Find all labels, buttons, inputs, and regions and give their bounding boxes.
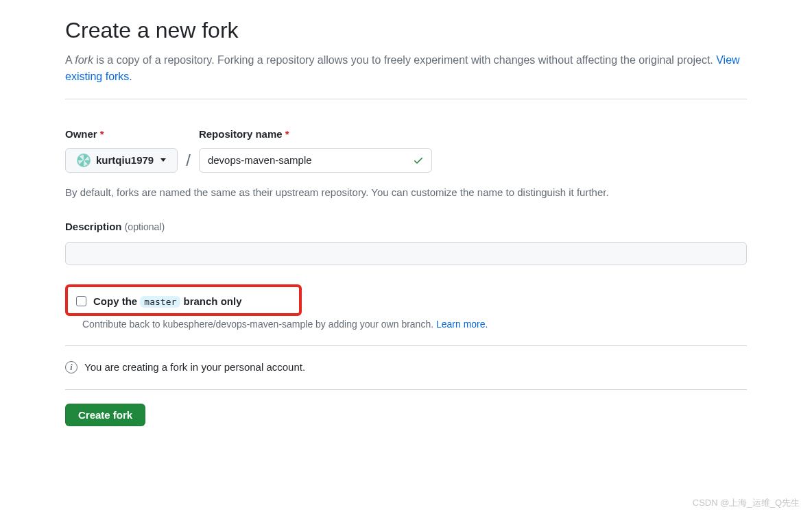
owner-label-text: Owner — [65, 128, 97, 140]
info-text: You are creating a fork in your personal… — [84, 360, 305, 376]
subtitle-prefix: A — [65, 54, 75, 66]
divider — [65, 99, 747, 99]
copy-branch-section: Copy the master branch only — [65, 284, 302, 317]
required-marker: * — [100, 128, 104, 140]
page-subtitle: A fork is a copy of a repository. Forkin… — [65, 52, 747, 85]
check-icon — [413, 155, 424, 166]
description-label: Description (optional) — [65, 219, 747, 235]
owner-value: kurtqiu1979 — [96, 154, 154, 166]
contribute-help-text: Contribute back to kubesphere/devops-mav… — [82, 317, 747, 332]
info-row: i You are creating a fork in your person… — [65, 360, 747, 376]
repo-group: Repository name * — [199, 127, 432, 173]
copy-branch-row: Copy the master branch only — [76, 294, 291, 310]
copy-branch-checkbox[interactable] — [76, 296, 86, 306]
description-input[interactable] — [65, 242, 747, 265]
desc-label-text: Description — [65, 221, 122, 232]
owner-repo-row: Owner * kurtqiu1979 / Repository name * — [65, 127, 747, 175]
repo-input-wrapper — [199, 148, 432, 173]
slash-group: / — [186, 127, 191, 175]
required-marker: * — [285, 128, 289, 140]
owner-dropdown[interactable]: kurtqiu1979 — [65, 148, 178, 173]
info-icon: i — [65, 361, 77, 373]
create-fork-button[interactable]: Create fork — [65, 404, 145, 426]
learn-more-link[interactable]: Learn more. — [436, 319, 488, 330]
subtitle-em: fork — [75, 54, 93, 66]
slash-spacer — [186, 127, 191, 143]
desc-optional-text: (optional) — [125, 221, 165, 232]
branch-code: master — [140, 296, 180, 308]
repo-help-text: By default, forks are named the same as … — [65, 185, 747, 201]
checkbox-suffix: branch only — [180, 295, 241, 307]
repo-name-input[interactable] — [199, 148, 432, 173]
contribute-prefix: Contribute back to kubesphere/devops-mav… — [82, 319, 436, 330]
avatar-icon — [77, 153, 91, 167]
repo-label-text: Repository name — [199, 128, 283, 140]
page-title: Create a new fork — [65, 14, 747, 47]
divider — [65, 389, 747, 390]
caret-down-icon — [160, 158, 166, 162]
checkbox-prefix: Copy the — [93, 295, 140, 307]
repo-label: Repository name * — [199, 127, 432, 143]
subtitle-rest: is a copy of a repository. Forking a rep… — [93, 54, 716, 66]
divider — [65, 345, 747, 346]
copy-branch-label: Copy the master branch only — [93, 294, 242, 310]
slash-separator: / — [186, 148, 191, 175]
owner-label: Owner * — [65, 127, 178, 143]
owner-group: Owner * kurtqiu1979 — [65, 127, 178, 173]
